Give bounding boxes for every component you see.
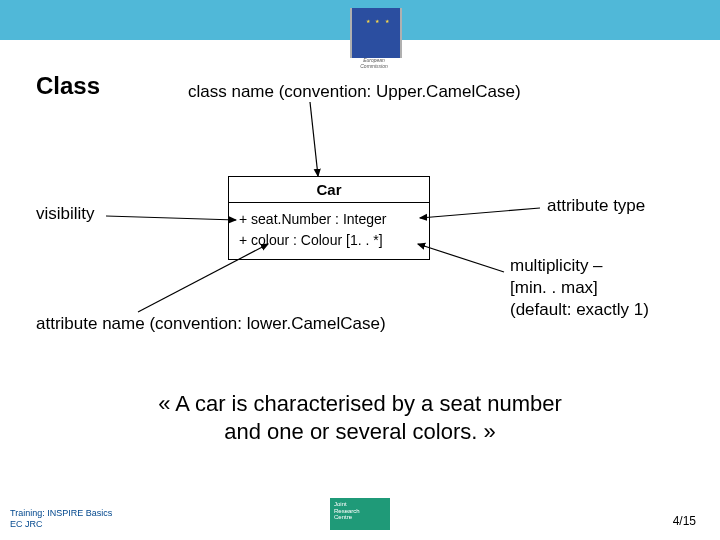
visibility-label: visibility <box>36 204 95 224</box>
mult-line: multiplicity – <box>510 256 603 275</box>
footer-jrc-badge: Joint Research Centre <box>330 498 390 530</box>
uml-attribute: + colour : Colour [1. . *] <box>239 230 421 251</box>
caption-line: Commission <box>360 63 388 69</box>
uml-attribute: + seat.Number : Integer <box>239 209 421 230</box>
mult-line: (default: exactly 1) <box>510 300 649 319</box>
classname-label: class name (convention: Upper.CamelCase) <box>188 82 521 102</box>
svg-line-0 <box>310 102 318 176</box>
footer-training: Training: INSPIRE Basics EC JRC <box>10 508 112 530</box>
uml-class-name: Car <box>229 177 429 203</box>
attribute-type-label: attribute type <box>547 196 645 216</box>
svg-line-3 <box>418 244 504 272</box>
description-quote: « A car is characterised by a seat numbe… <box>0 390 720 445</box>
mult-line: [min. . max] <box>510 278 598 297</box>
quote-line: and one or several colors. » <box>224 419 496 444</box>
badge-line: Research <box>334 508 360 514</box>
footer-line: Training: INSPIRE Basics <box>10 508 112 518</box>
ec-logo <box>350 8 402 58</box>
footer-line: EC JRC <box>10 519 43 529</box>
svg-line-2 <box>420 208 540 218</box>
multiplicity-label: multiplicity – [min. . max] (default: ex… <box>510 255 649 321</box>
ec-logo-caption: European Commission <box>350 58 398 69</box>
slide-title: Class <box>36 72 100 100</box>
quote-line: « A car is characterised by a seat numbe… <box>158 391 562 416</box>
badge-line: Centre <box>334 514 352 520</box>
uml-class-box: Car + seat.Number : Integer + colour : C… <box>228 176 430 260</box>
uml-attributes: + seat.Number : Integer + colour : Colou… <box>229 203 429 259</box>
badge-line: Joint <box>334 501 347 507</box>
attribute-name-label: attribute name (convention: lower.CamelC… <box>36 314 386 334</box>
svg-line-1 <box>106 216 236 220</box>
page-number: 4/15 <box>673 514 696 528</box>
